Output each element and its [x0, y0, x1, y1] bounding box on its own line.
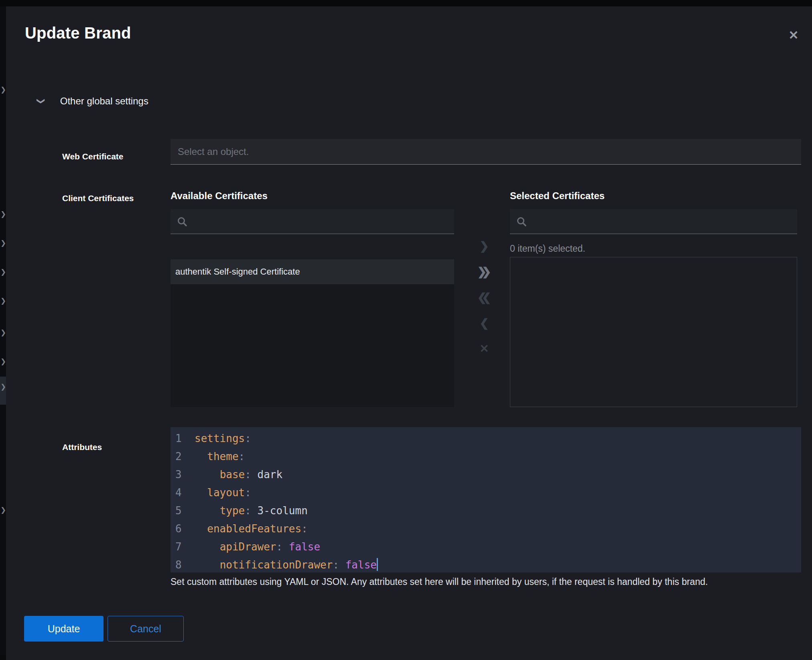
code-line: 3 base: dark: [175, 466, 801, 484]
selected-certificates-list: [510, 257, 797, 407]
code-line: 6 enabledFeatures:: [175, 520, 801, 538]
update-brand-modal: Update Brand ✕ ❯ Other global settings W…: [6, 6, 812, 660]
move-all-left-button[interactable]: ❮❮: [477, 289, 491, 306]
client-certificates-label: Client Certificates: [62, 194, 134, 203]
search-icon: [177, 216, 187, 227]
code-line: 7 apiDrawer: false: [175, 538, 801, 556]
available-search-box: [171, 209, 454, 234]
code-line: 5 type: 3-column: [175, 502, 801, 520]
section-label: Other global settings: [60, 96, 148, 107]
available-certificates-heading: Available Certificates: [171, 190, 268, 202]
code-line: 8 notificationDrawer: false: [175, 556, 801, 572]
background-sidebar-sliver: ❯❯❯❯❯❯❯❯❯: [0, 6, 6, 655]
code-line: 1settings:: [175, 430, 801, 448]
section-toggle-other-global-settings[interactable]: ❯ Other global settings: [38, 96, 148, 107]
search-icon: [516, 216, 527, 227]
certificate-list-item[interactable]: authentik Self-signed Certificate: [171, 259, 454, 284]
chevron-right-icon: ❯: [0, 507, 6, 513]
selected-search-input[interactable]: [532, 216, 791, 227]
selected-certificates-heading: Selected Certificates: [510, 190, 605, 202]
chevron-right-icon: ❯: [0, 240, 6, 246]
available-search-input[interactable]: [193, 216, 448, 227]
move-selected-left-button[interactable]: ❮: [479, 315, 489, 332]
attributes-code-editor[interactable]: 1settings:2 theme:3 base: dark4 layout:5…: [171, 427, 801, 572]
text-cursor: [377, 558, 378, 571]
move-all-right-button[interactable]: ❯❯: [477, 263, 491, 280]
selected-count-status: 0 item(s) selected.: [510, 243, 585, 254]
web-certificate-select[interactable]: [171, 139, 801, 165]
move-selected-right-button[interactable]: ❯: [479, 238, 489, 255]
selected-search-box: [510, 209, 797, 234]
attributes-label: Attributes: [62, 442, 102, 452]
chevron-down-icon: ❯: [37, 98, 46, 105]
chevron-right-icon: ❯: [0, 383, 6, 390]
clear-selection-button[interactable]: ✕: [479, 340, 489, 357]
close-icon[interactable]: ✕: [786, 27, 802, 43]
chevron-right-icon: ❯: [0, 269, 6, 275]
chevron-right-icon: ❯: [0, 358, 6, 365]
cancel-button[interactable]: Cancel: [108, 616, 184, 642]
modal-title: Update Brand: [25, 24, 131, 42]
chevron-right-icon: ❯: [0, 211, 6, 218]
available-certificates-list: authentik Self-signed Certificate: [171, 259, 454, 407]
chevron-right-icon: ❯: [0, 297, 6, 304]
chevron-right-icon: ❯: [0, 86, 6, 93]
chevron-right-icon: ❯: [0, 329, 6, 336]
code-line: 4 layout:: [175, 484, 801, 502]
sidebar-active-row-sliver: [0, 377, 6, 405]
code-line: 2 theme:: [175, 448, 801, 466]
web-certificate-label: Web Certificate: [62, 152, 124, 161]
transfer-buttons-column: ❯❯❯❮❮❮✕: [468, 238, 500, 357]
window-top-bar: [0, 0, 812, 6]
attributes-help-text: Set custom attributes using YAML or JSON…: [171, 576, 796, 587]
update-button[interactable]: Update: [24, 616, 104, 642]
